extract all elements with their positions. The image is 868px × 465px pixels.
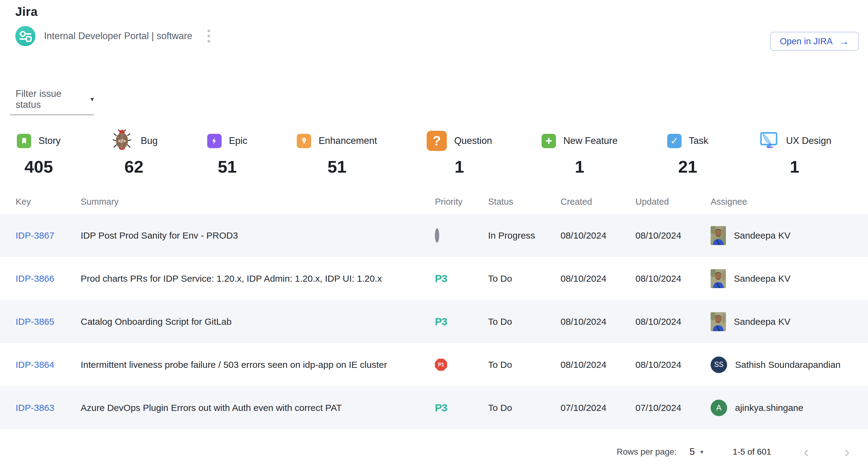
arrow-right-icon: → (839, 36, 849, 46)
issue-created: 08/10/2024 (561, 273, 636, 284)
issue-key-link[interactable]: IDP-3865 (16, 317, 54, 327)
check-glyph: ✓ (670, 135, 679, 147)
issue-updated: 07/10/2024 (636, 403, 711, 413)
issue-type-ux-design: UX Design 1 (758, 129, 831, 176)
prev-page-button[interactable]: ‹ (801, 444, 812, 460)
avatar: SS (711, 357, 727, 373)
issue-key-link[interactable]: IDP-3864 (16, 360, 54, 370)
issue-type-label: Bug (141, 135, 158, 146)
entity-name: Internal Developer Portal | software (44, 31, 192, 41)
issue-summary: Intermittent liveness probe failure / 50… (81, 360, 435, 370)
issue-type-count: 62 (124, 157, 143, 176)
task-icon: ✓ (667, 134, 682, 148)
rows-per-page-label: Rows per page: (617, 447, 677, 457)
issue-type-enhancement: Enhancement 51 (297, 129, 377, 176)
jira-plugin-page: Jira Internal Developer Portal | softwar… (0, 5, 868, 465)
assignee-name: Sathish Soundarapandian (735, 360, 840, 370)
filter-label: Filter issue status (16, 88, 89, 110)
col-updated: Updated (636, 197, 711, 207)
assignee-name: ajinkya.shingane (735, 403, 804, 413)
col-key: Key (16, 197, 81, 207)
issue-type-question: ? Question 1 (427, 129, 492, 176)
col-summary: Summary (81, 197, 435, 207)
col-priority: Priority (435, 197, 488, 207)
issue-table: IDP-3867 IDP Post Prod Sanity for Env - … (0, 214, 868, 429)
issue-type-label: Enhancement (318, 135, 377, 146)
table-row: IDP-3863 Azure DevOps Plugin Errors out … (0, 386, 868, 429)
issue-key-link[interactable]: IDP-3867 (16, 230, 54, 240)
pagination-range: 1-5 of 601 (733, 447, 771, 457)
table-row: IDP-3864 Intermittent liveness probe fai… (0, 343, 868, 386)
issue-summary: IDP Post Prod Sanity for Env - PROD3 (81, 230, 435, 241)
filter-issue-status-select[interactable]: Filter issue status ▾ (10, 88, 94, 115)
issue-type-count: 21 (678, 157, 697, 176)
issue-created: 07/10/2024 (561, 403, 636, 413)
priority-p3-icon: P3 (435, 315, 447, 327)
issue-created: 08/10/2024 (561, 230, 636, 241)
issue-status: To Do (488, 403, 561, 413)
open-in-jira-button[interactable]: Open in JIRA → (770, 32, 859, 51)
issue-summary: Catalog Onboarding Script for GitLab (81, 317, 435, 327)
story-icon (17, 134, 31, 148)
kebab-menu-icon[interactable] (205, 27, 213, 45)
avatar (711, 226, 726, 245)
table-header: Key Summary Priority Status Created Upda… (0, 190, 868, 214)
issue-type-stats: Story 405 (0, 129, 868, 176)
issue-status: To Do (488, 317, 561, 327)
col-status: Status (488, 197, 561, 207)
pagination: Rows per page: 5 ▾ 1-5 of 601 ‹ › (0, 444, 868, 460)
issue-created: 08/10/2024 (561, 360, 636, 370)
issue-type-count: 1 (455, 157, 464, 176)
issue-type-count: 51 (218, 157, 237, 176)
col-assignee: Assignee (711, 197, 853, 207)
plus-glyph: + (546, 135, 552, 147)
priority-p1-icon: P1 (435, 359, 447, 371)
avatar (711, 269, 726, 288)
issue-type-new-feature: + New Feature 1 (541, 129, 617, 176)
new-feature-icon: + (541, 134, 556, 148)
col-created: Created (561, 197, 636, 207)
caret-down-icon: ▾ (90, 95, 94, 103)
rows-per-page-value: 5 (689, 446, 695, 457)
issue-updated: 08/10/2024 (636, 273, 711, 284)
ux-design-icon (758, 130, 779, 152)
issue-summary: Prod charts PRs for IDP Service: 1.20.x,… (81, 273, 435, 284)
table-row: IDP-3866 Prod charts PRs for IDP Service… (0, 257, 868, 300)
issue-type-task: ✓ Task 21 (667, 129, 709, 176)
assignee-name: Sandeepa KV (734, 317, 790, 327)
issue-type-count: 51 (327, 157, 346, 176)
issue-key-link[interactable]: IDP-3863 (16, 403, 54, 413)
page-title: Jira (15, 5, 868, 19)
assignee-name: Sandeepa KV (734, 273, 790, 284)
issue-type-label: Epic (229, 135, 247, 146)
bug-icon: </> (110, 129, 133, 153)
issue-type-label: Story (38, 135, 61, 146)
issue-type-count: 405 (25, 157, 53, 176)
question-icon: ? (427, 131, 447, 151)
entity-logo-icon (15, 26, 35, 46)
issue-type-count: 1 (575, 157, 584, 176)
rows-per-page-select[interactable]: 5 ▾ (689, 446, 703, 457)
issue-type-label: UX Design (786, 135, 831, 146)
priority-p3-icon: P3 (435, 272, 447, 284)
issue-type-label: Task (689, 135, 709, 146)
next-page-button[interactable]: › (841, 444, 853, 460)
issue-type-bug: </> Bug 62 (110, 129, 158, 176)
issue-summary: Azure DevOps Plugin Errors out with Auth… (81, 403, 435, 413)
open-in-jira-label: Open in JIRA (780, 36, 833, 46)
issue-updated: 08/10/2024 (636, 230, 711, 241)
avatar: A (711, 400, 727, 416)
issue-type-epic: Epic 51 (207, 129, 247, 176)
issue-type-label: New Feature (563, 135, 617, 146)
question-glyph: ? (432, 133, 441, 148)
priority-p3-icon: P3 (435, 402, 447, 413)
issue-type-story: Story 405 (17, 129, 61, 176)
issue-status: In Progress (488, 230, 561, 241)
issue-updated: 08/10/2024 (636, 360, 711, 370)
issue-updated: 08/10/2024 (636, 317, 711, 327)
issue-status: To Do (488, 273, 561, 284)
assignee-name: Sandeepa KV (734, 230, 790, 241)
issue-key-link[interactable]: IDP-3866 (16, 273, 54, 284)
avatar (711, 312, 726, 331)
caret-down-icon: ▾ (700, 448, 703, 456)
